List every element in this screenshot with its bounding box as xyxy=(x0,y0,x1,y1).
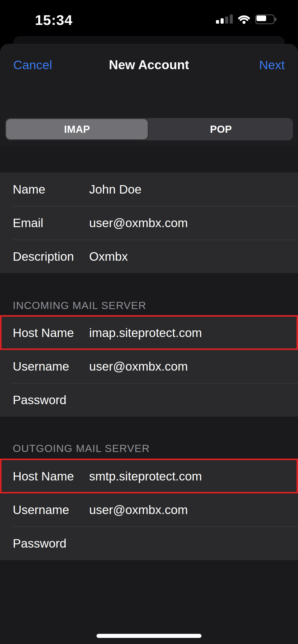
protocol-segmented-control: IMAP POP xyxy=(5,118,293,140)
battery-icon xyxy=(255,14,278,24)
description-row[interactable]: Description Oxmbx xyxy=(0,240,298,273)
description-input[interactable]: Oxmbx xyxy=(89,250,128,264)
outgoing-username-input[interactable]: user@oxmbx.com xyxy=(89,503,188,517)
navigation-bar: Cancel New Account Next xyxy=(0,44,298,86)
status-icons xyxy=(216,13,278,25)
email-row[interactable]: Email user@oxmbx.com xyxy=(0,206,298,240)
next-button[interactable]: Next xyxy=(259,58,285,72)
outgoing-mail-server-header: OUTGOING MAIL SERVER xyxy=(13,443,150,455)
description-label: Description xyxy=(13,250,89,264)
cellular-signal-icon xyxy=(216,14,233,25)
name-input[interactable]: John Doe xyxy=(89,182,141,196)
name-row[interactable]: Name John Doe xyxy=(0,172,298,206)
segment-pop[interactable]: POP xyxy=(149,118,293,140)
email-input[interactable]: user@oxmbx.com xyxy=(89,216,188,230)
status-time: 15:34 xyxy=(24,12,83,28)
cancel-button[interactable]: Cancel xyxy=(13,58,52,72)
iphone-screen: 15:34 xyxy=(0,0,298,644)
incoming-username-label: Username xyxy=(13,359,89,373)
outgoing-username-label: Username xyxy=(13,503,89,517)
incoming-password-row[interactable]: Password xyxy=(0,383,298,417)
incoming-password-label: Password xyxy=(13,393,89,407)
incoming-username-input[interactable]: user@oxmbx.com xyxy=(89,359,188,373)
incoming-username-row[interactable]: Username user@oxmbx.com xyxy=(0,349,298,383)
segment-imap[interactable]: IMAP xyxy=(5,118,149,140)
name-label: Name xyxy=(13,182,89,196)
outgoing-host-name-highlight-box xyxy=(0,459,298,493)
outgoing-username-row[interactable]: Username user@oxmbx.com xyxy=(0,493,298,526)
outgoing-password-label: Password xyxy=(13,536,89,550)
account-fields-group: Name John Doe Email user@oxmbx.com Descr… xyxy=(0,172,298,273)
outgoing-password-row[interactable]: Password xyxy=(0,526,298,560)
incoming-mail-server-header: INCOMING MAIL SERVER xyxy=(13,300,146,312)
home-indicator[interactable] xyxy=(97,634,201,638)
incoming-host-name-highlight-box xyxy=(0,315,298,350)
email-label: Email xyxy=(13,216,89,230)
wifi-icon xyxy=(237,14,251,25)
status-bar: 15:34 xyxy=(0,0,298,36)
